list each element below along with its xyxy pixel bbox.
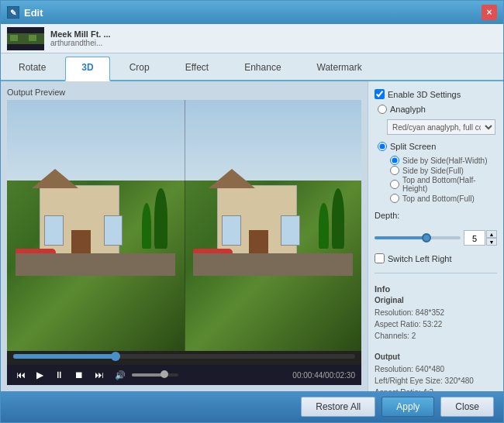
split-screen-label: Split Screen <box>390 142 436 151</box>
close-button[interactable]: Close <box>440 397 494 417</box>
depth-row: 5 ▲ ▼ <box>375 230 497 246</box>
anaglyph-select[interactable]: Red/cyan anaglyph, full color <box>387 119 495 135</box>
tab-watermark[interactable]: Watermark <box>301 57 378 80</box>
tab-rotate[interactable]: Rotate <box>2 57 62 80</box>
progress-bar[interactable] <box>13 354 355 359</box>
top-half-label: Top and Bottom(Half-Height) <box>402 176 497 193</box>
volume-control: 🔊 <box>112 369 178 382</box>
preview-label: Output Preview <box>7 88 361 97</box>
info-section: Info Original Resolution: 848*352 Aspect… <box>375 284 497 342</box>
bottom-bar: Restore All Apply Close <box>1 391 503 422</box>
anaglyph-dropdown-row: Red/cyan anaglyph, full color <box>387 119 497 135</box>
anaglyph-row: Anaglyph <box>375 105 497 114</box>
tab-bar: Rotate 3D Crop Effect Enhance Watermark <box>1 53 503 81</box>
output-resolution: Resolution: 640*480 <box>375 363 497 375</box>
file-bar: Meek Mill Ft. ... arthurandthei... <box>1 24 503 53</box>
close-window-button[interactable]: × <box>482 5 497 20</box>
file-name: Meek Mill Ft. ... <box>50 29 111 39</box>
original-aspect: Aspect Ratio: 53:22 <box>375 318 497 330</box>
tab-3d[interactable]: 3D <box>65 57 109 81</box>
side-half-row: Side by Side(Half-Width) <box>387 156 497 165</box>
svg-rect-4 <box>29 35 36 41</box>
top-full-row: Top and Bottom(Full) <box>387 194 497 203</box>
top-half-radio[interactable] <box>390 180 399 189</box>
info-divider <box>375 273 497 273</box>
video-right <box>185 100 362 351</box>
depth-slider[interactable] <box>375 232 461 244</box>
window-title: Edit <box>24 7 482 19</box>
depth-label: Depth: <box>375 211 399 220</box>
svg-rect-3 <box>10 35 18 41</box>
anaglyph-radio[interactable] <box>378 105 387 114</box>
video-frame <box>7 100 361 351</box>
split-options: Side by Side(Half-Width) Side by Side(Fu… <box>375 155 497 204</box>
anaglyph-label: Anaglyph <box>390 105 426 114</box>
depth-down-button[interactable]: ▼ <box>486 238 497 246</box>
pause-button[interactable]: ⏸ <box>51 368 67 382</box>
output-lr-size: Left/Right Eye Size: 320*480 <box>375 375 497 387</box>
side-full-row: Side by Side(Full) <box>387 166 497 175</box>
tab-enhance[interactable]: Enhance <box>228 57 297 80</box>
side-half-radio[interactable] <box>390 156 399 165</box>
apply-button[interactable]: Apply <box>381 397 434 417</box>
time-display: 00:00:44/00:02:30 <box>292 371 355 380</box>
video-container <box>7 100 361 351</box>
output-title: Output <box>375 352 497 361</box>
skip-forward-button[interactable]: ⏭ <box>91 368 107 382</box>
titlebar: ✎ Edit × <box>1 1 503 24</box>
video-left <box>7 100 185 351</box>
side-half-label: Side by Side(Half-Width) <box>402 156 487 165</box>
app-icon: ✎ <box>7 6 19 19</box>
video-controls: ⏮ ▶ ⏸ ⏹ ⏭ 🔊 00:00:44/00:02:30 <box>7 365 361 385</box>
main-content: Output Preview <box>1 81 503 391</box>
play-button[interactable]: ▶ <box>33 368 47 382</box>
skip-back-button[interactable]: ⏮ <box>13 368 29 382</box>
edit-window: ✎ Edit × Meek Mill Ft. ... arthurandthei… <box>0 0 504 423</box>
depth-value-box: 5 ▲ ▼ <box>464 230 497 246</box>
info-title: Info <box>375 284 497 294</box>
side-full-label: Side by Side(Full) <box>402 167 464 175</box>
preview-area: Output Preview <box>1 81 368 391</box>
switch-lr-label: Switch Left Right <box>388 254 452 263</box>
enable-3d-label: Enable 3D Settings <box>388 90 461 99</box>
split-screen-row: Split Screen <box>375 142 497 151</box>
top-half-row: Top and Bottom(Half-Height) <box>387 176 497 193</box>
enable-3d-row: Enable 3D Settings <box>375 89 497 99</box>
top-full-radio[interactable] <box>390 194 399 203</box>
depth-arrows: ▲ ▼ <box>486 230 497 246</box>
volume-bar[interactable] <box>132 373 178 377</box>
top-full-label: Top and Bottom(Full) <box>402 194 475 203</box>
original-resolution: Resolution: 848*352 <box>375 307 497 318</box>
side-full-radio[interactable] <box>390 166 399 175</box>
tab-effect[interactable]: Effect <box>169 57 225 80</box>
split-screen-radio[interactable] <box>378 142 387 151</box>
volume-icon[interactable]: 🔊 <box>112 369 129 382</box>
file-info: Meek Mill Ft. ... arthurandthei... <box>50 29 111 47</box>
depth-up-button[interactable]: ▲ <box>486 230 497 238</box>
enable-3d-checkbox[interactable] <box>375 89 385 99</box>
stop-button[interactable]: ⏹ <box>71 368 87 382</box>
tab-crop[interactable]: Crop <box>113 57 166 80</box>
restore-all-button[interactable]: Restore All <box>301 397 375 417</box>
output-section: Output Resolution: 640*480 Left/Right Ey… <box>375 352 497 391</box>
switch-lr-row: Switch Left Right <box>375 253 497 263</box>
settings-panel: Enable 3D Settings Anaglyph Red/cyan ana… <box>368 81 503 391</box>
file-thumbnail <box>7 27 44 50</box>
switch-lr-checkbox[interactable] <box>375 253 385 263</box>
original-title: Original <box>375 296 497 304</box>
original-channels: Channels: 2 <box>375 330 497 342</box>
file-sub: arthurandthei... <box>50 39 111 47</box>
depth-value: 5 <box>464 230 485 246</box>
